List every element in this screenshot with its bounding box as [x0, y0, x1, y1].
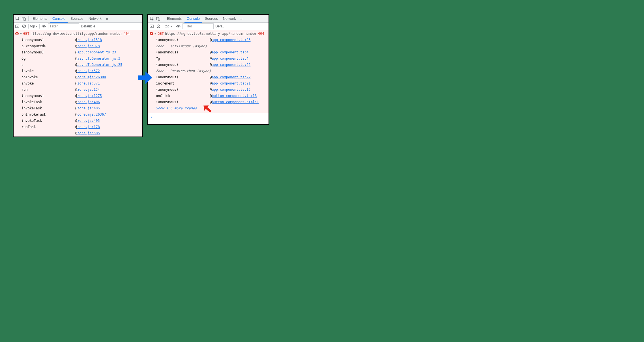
log-levels[interactable]: Defau: [215, 24, 224, 28]
tab-sources[interactable]: Sources: [68, 15, 86, 23]
stack-frame: onClick@ button.component.ts:18: [149, 93, 269, 99]
frame-location[interactable]: zone.js:585: [77, 130, 100, 136]
blue-arrow-icon: [138, 72, 152, 84]
tab-network[interactable]: Network: [86, 15, 104, 23]
tab-elements[interactable]: Elements: [165, 15, 184, 23]
stack-frame: Qg@ asyncToGenerator.js:3: [15, 55, 142, 62]
at-symbol: @: [75, 99, 77, 105]
separator: [163, 16, 163, 21]
frame-location[interactable]: button.component.html:1: [212, 99, 259, 105]
stack-frame: (anonymous)@ app.component.ts:22: [149, 62, 269, 68]
async-boundary: Zone – Promise.then (async): [149, 68, 269, 74]
at-symbol: @: [75, 118, 77, 124]
frame-location[interactable]: app.component.ts:21: [212, 80, 250, 86]
disclosure-triangle-icon[interactable]: [154, 33, 156, 34]
frame-location[interactable]: core.mjs:26367: [77, 111, 106, 118]
error-line[interactable]: GET https://ng-devtools.netlify.app/rand…: [15, 31, 142, 37]
frame-location[interactable]: asyncToGenerator.js:3: [77, 55, 120, 62]
at-symbol: @: [210, 93, 212, 99]
frame-location[interactable]: zone.js:1518: [77, 37, 102, 43]
frame-function: runTask: [22, 124, 75, 130]
tab-sources[interactable]: Sources: [203, 15, 220, 23]
frame-function: _: [22, 130, 75, 136]
error-url[interactable]: https://ng-devtools.netlify.app/random-n…: [165, 31, 257, 37]
stack-frame: (anonymous)@ app.component.ts:23: [15, 49, 142, 55]
svg-rect-2: [24, 18, 25, 20]
stack-frame: s@ asyncToGenerator.js:25: [15, 62, 142, 68]
at-symbol: @: [75, 62, 77, 68]
eye-icon[interactable]: [41, 24, 46, 29]
frame-location[interactable]: zone.js:406: [77, 99, 100, 105]
frame-function: (anonymous): [156, 86, 210, 93]
error-url[interactable]: https://ng-devtools.netlify.app/random-n…: [31, 31, 123, 37]
frame-location[interactable]: app.component.ts:23: [212, 37, 250, 43]
more-tabs-icon[interactable]: »: [239, 16, 244, 21]
frame-location[interactable]: app.component.ts:4: [212, 49, 248, 55]
error-line[interactable]: GET https://ng-devtools.netlify.app/rand…: [149, 31, 269, 37]
sidebar-toggle-icon[interactable]: [15, 24, 20, 29]
at-symbol: @: [75, 86, 77, 93]
disclosure-triangle-icon[interactable]: [20, 33, 22, 34]
frame-location[interactable]: zone.js:405: [77, 118, 100, 124]
frame-function: invokeTask: [22, 105, 75, 111]
svg-line-5: [23, 25, 25, 27]
frame-location[interactable]: zone.js:134: [77, 86, 100, 93]
stack-frame: (anonymous)@ app.component.ts:13: [149, 86, 269, 93]
stack-frame: (anonymous)@ app.component.ts:23: [149, 37, 269, 43]
clear-console-icon[interactable]: [156, 24, 161, 29]
separator: [174, 24, 174, 29]
frame-location[interactable]: app.component.ts:13: [212, 86, 250, 93]
frame-function: Qg: [22, 55, 75, 62]
at-symbol: @: [75, 68, 77, 74]
tab-bar: Elements Console Sources Network »: [14, 15, 142, 23]
frame-location[interactable]: app.component.ts:22: [212, 62, 250, 68]
frame-function: onInvokeTask: [22, 111, 75, 118]
tab-console[interactable]: Console: [184, 15, 202, 23]
separator: [39, 24, 40, 29]
stack-frame: onInvoke@ core.mjs:26380: [15, 74, 142, 80]
device-icon[interactable]: [21, 16, 27, 21]
eye-icon[interactable]: [176, 24, 181, 29]
at-symbol: @: [210, 62, 212, 68]
frame-location[interactable]: zone.js:405: [77, 105, 100, 111]
frame-location[interactable]: app.component.ts:4: [212, 55, 248, 62]
context-selector[interactable]: top ▾: [30, 24, 38, 28]
inspect-icon[interactable]: [149, 16, 155, 21]
frame-location[interactable]: zone.js:973: [77, 43, 100, 49]
context-selector[interactable]: top ▾: [165, 24, 172, 28]
frame-location[interactable]: app.component.ts:23: [77, 49, 116, 55]
clear-console-icon[interactable]: [22, 24, 27, 29]
frame-function: s: [22, 62, 75, 68]
at-symbol: @: [75, 49, 77, 55]
frame-location[interactable]: app.component.ts:22: [212, 74, 250, 80]
frame-location[interactable]: core.mjs:26380: [77, 74, 106, 80]
frame-location[interactable]: zone.js:178: [77, 124, 100, 130]
error-icon: [150, 32, 153, 35]
tab-console[interactable]: Console: [50, 15, 68, 23]
frame-function: onInvoke: [22, 74, 75, 80]
separator: [28, 24, 29, 29]
more-tabs-icon[interactable]: »: [104, 16, 110, 21]
filter-input[interactable]: Filter: [183, 23, 214, 29]
frame-location[interactable]: zone.js:372: [77, 68, 100, 74]
sidebar-toggle-icon[interactable]: [149, 24, 154, 29]
frame-location[interactable]: zone.js:371: [77, 80, 100, 86]
log-levels[interactable]: Default le: [81, 24, 95, 28]
filter-input[interactable]: Filter: [48, 23, 79, 29]
frame-location[interactable]: zone.js:1275: [77, 93, 102, 99]
device-icon[interactable]: [155, 16, 161, 21]
at-symbol: @: [210, 55, 212, 62]
stack-frame: (anonymous)@ app.component.ts:4: [149, 49, 269, 55]
console-prompt[interactable]: ›: [148, 113, 269, 120]
status-code: 404: [124, 31, 130, 37]
at-symbol: @: [75, 37, 77, 43]
frame-location[interactable]: button.component.ts:18: [212, 93, 257, 99]
inspect-icon[interactable]: [15, 16, 20, 21]
status-code: 404: [258, 31, 264, 37]
separator: [163, 24, 163, 29]
tab-network[interactable]: Network: [221, 15, 238, 23]
frame-location[interactable]: asyncToGenerator.js:25: [77, 62, 122, 68]
stack-frame: invoke@ zone.js:372: [15, 68, 142, 74]
tab-elements[interactable]: Elements: [30, 15, 50, 23]
console-log-area: GET https://ng-devtools.netlify.app/rand…: [14, 30, 142, 137]
